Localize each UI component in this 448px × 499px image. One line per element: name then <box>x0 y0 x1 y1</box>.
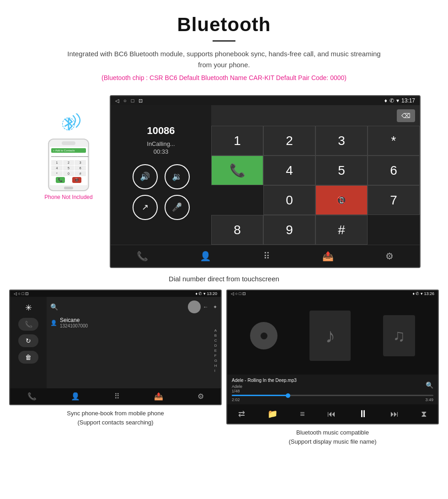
phone-key: 2 <box>63 160 75 165</box>
key-call[interactable]: 📞 <box>211 156 263 185</box>
phone-key: 5 <box>63 166 75 171</box>
music-song-title: Adele - Rolling In the Deep.mp3 <box>232 377 297 384</box>
current-time: 2:02 <box>232 397 240 402</box>
playlist-button[interactable]: ≡ <box>300 409 305 419</box>
progress-times: 2:02 3:49 <box>232 397 433 402</box>
music-search-button[interactable]: 🔍 <box>426 381 433 389</box>
nav-phone-icon[interactable]: 📞 <box>137 251 148 262</box>
prev-button[interactable]: ⏮ <box>327 409 336 419</box>
pb-status-right: ♦ ✆ ▾ 13:20 <box>195 291 217 296</box>
music-album-area: ♪ ♫ <box>227 297 438 375</box>
phone-call-button: 📞 <box>56 177 65 183</box>
phonebook-status-bar: ◁ ○ □ ⊡ ♦ ✆ ▾ 13:20 <box>10 290 221 297</box>
music-screen: ◁ ○ □ ⊡ ♦ ✆ ▾ 13:26 ♪ ♫ Adele - Rolling … <box>226 290 439 424</box>
bottom-navigation: 📞 👤 ⠿ 📤 ⚙ <box>111 245 420 267</box>
pb-nav-phone[interactable]: 📞 <box>27 392 37 401</box>
volume-down-icon: 🔉 <box>172 172 182 182</box>
nav-home-icon: ○ <box>123 98 127 104</box>
pb-call-button[interactable]: 📞 <box>18 318 38 331</box>
volume-up-button[interactable]: 🔊 <box>133 164 158 189</box>
key-6[interactable]: 6 <box>368 156 420 185</box>
phone-key: 1 <box>51 160 63 165</box>
header-specs: (Bluetooth chip : CSR BC6 Default Blueto… <box>9 74 439 81</box>
progress-fill <box>232 395 288 396</box>
phone-key: # <box>75 171 86 176</box>
music-controls: ⇄ 📁 ≡ ⏮ ⏸ ⏭ ⧗ <box>227 404 438 424</box>
key-2[interactable]: 2 <box>263 126 315 156</box>
key-1[interactable]: 1 <box>211 126 263 156</box>
nav-keypad-icon[interactable]: ⠿ <box>263 251 270 262</box>
volume-down-button[interactable]: 🔉 <box>165 164 190 189</box>
volume-up-icon: 🔊 <box>140 172 150 182</box>
phone-key: 6 <box>75 166 86 171</box>
music-disc-small <box>250 322 277 349</box>
key-end-call[interactable]: 📵 <box>315 185 368 215</box>
mute-icon: 🎤 <box>172 202 182 212</box>
nav-recents-icon: □ <box>131 98 134 104</box>
pb-nav-contacts[interactable]: 👤 <box>71 392 80 401</box>
music-track-info: 1/48 <box>232 389 297 393</box>
call-status: InCalling... <box>147 140 175 147</box>
phonebook-main: 🔍 ← ✦ 👤 Seicane 13241007000 <box>47 297 221 388</box>
phone-key: 3 <box>75 160 86 165</box>
pb-nav-settings[interactable]: ⚙ <box>197 392 204 401</box>
music-body: ♪ ♫ Adele - Rolling In the Deep.mp3 Adel… <box>227 297 438 424</box>
play-pause-button[interactable]: ⏸ <box>358 408 368 420</box>
phone-key: * <box>51 171 63 176</box>
music-note-icon: ♪ <box>309 311 351 361</box>
phone-side: + Add to Contacts ────────────── 1 2 3 4… <box>27 95 110 200</box>
music-item: ◁ ○ □ ⊡ ♦ ✆ ▾ 13:26 ♪ ♫ Adele - Rolling … <box>226 290 439 446</box>
mute-button[interactable]: 🎤 <box>165 195 190 220</box>
shuffle-button[interactable]: ⇄ <box>238 409 245 419</box>
phonebook-caption: Sync phone-book from mobile phone (Suppo… <box>67 409 164 427</box>
dial-screen: 10086 InCalling... 00:33 🔊 🔉 ↗ <box>111 105 420 245</box>
total-time: 3:49 <box>425 397 433 402</box>
pb-bottom-nav: 📞 👤 ⠿ 📤 ⚙ <box>10 388 221 404</box>
key-9[interactable]: 9 <box>263 215 315 245</box>
key-0[interactable]: 0 <box>263 185 315 215</box>
music-disc-inner <box>261 333 267 339</box>
next-button[interactable]: ⏭ <box>390 409 399 419</box>
key-5[interactable]: 5 <box>315 156 368 185</box>
key-3[interactable]: 3 <box>315 126 368 156</box>
phonebook-sidebar: ✳ 📞 ↻ 🗑 <box>10 297 47 388</box>
progress-track <box>232 395 433 396</box>
music-artist: Adele <box>232 384 297 389</box>
call-extra-controls: ↗ 🎤 <box>133 195 190 220</box>
transfer-button[interactable]: ↗ <box>133 195 158 220</box>
nav-cast-icon: ⊡ <box>139 98 143 104</box>
dial-right-panel: ⌫ 1 2 3 * 📞 4 5 6 0 <box>211 105 420 245</box>
nav-transfer-icon[interactable]: 📤 <box>322 251 334 262</box>
pb-back-icon: ← <box>203 304 208 310</box>
alphabet-list: ABCDEFGHI <box>214 328 217 373</box>
pb-delete-button[interactable]: 🗑 <box>18 351 38 364</box>
equalizer-button[interactable]: ⧗ <box>421 409 427 419</box>
phone-home <box>64 187 73 189</box>
pb-nav-transfer[interactable]: 📤 <box>154 392 163 401</box>
pb-star-label: ✦ <box>213 304 217 310</box>
contact-name: Seicane <box>60 317 88 323</box>
key-star[interactable]: * <box>368 126 420 156</box>
pb-nav-keypad[interactable]: ⠿ <box>114 392 120 401</box>
key-4[interactable]: 4 <box>263 156 315 185</box>
pb-nav-icons: ◁ ○ □ ⊡ <box>14 291 29 296</box>
key-7[interactable]: 7 <box>368 185 420 215</box>
backspace-button[interactable]: ⌫ <box>397 109 415 122</box>
music-note-icon-2: ♫ <box>383 315 415 356</box>
key-8[interactable]: 8 <box>211 215 263 245</box>
folder-button[interactable]: 📁 <box>267 409 277 419</box>
phone-key: 4 <box>51 166 63 171</box>
bluetooth-active-icon: ✳ <box>18 301 38 314</box>
nav-contacts-icon[interactable]: 👤 <box>200 251 211 262</box>
contact-info: Seicane 13241007000 <box>60 317 88 328</box>
pb-dot <box>188 300 201 313</box>
key-hash[interactable]: # <box>315 215 368 245</box>
dial-input-row: ⌫ <box>211 105 420 126</box>
status-bar-nav: ◁ ○ □ ⊡ <box>115 98 143 104</box>
nav-settings-icon[interactable]: ⚙ <box>385 251 394 262</box>
transfer-icon: ↗ <box>142 202 149 212</box>
pb-sync-button[interactable]: ↻ <box>18 334 38 347</box>
wifi-icon: ▾ <box>396 97 399 104</box>
bluetooth-icon-wrap <box>50 109 87 139</box>
pb-search-row: 🔍 ← ✦ <box>50 300 217 313</box>
